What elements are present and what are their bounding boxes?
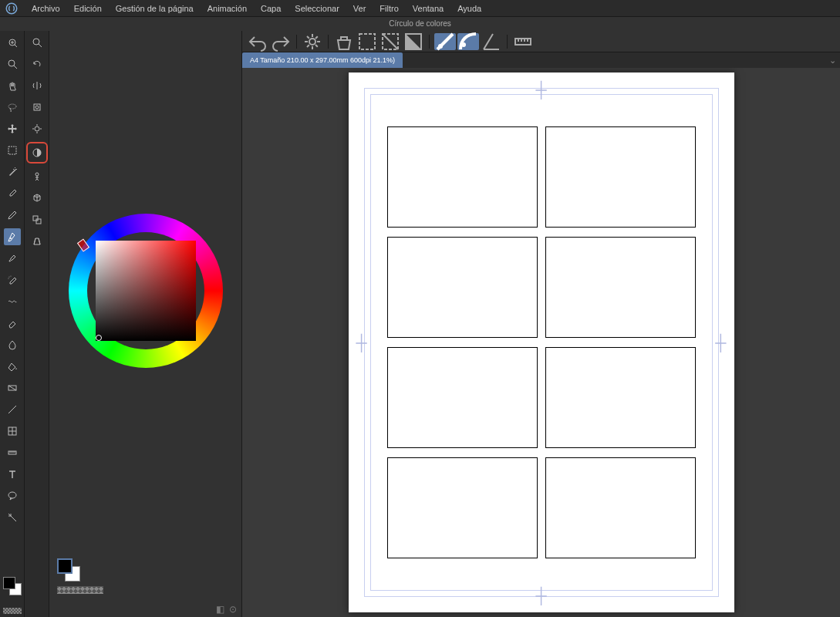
zoom-fit-icon[interactable] <box>4 34 21 51</box>
comic-panel[interactable] <box>545 237 696 338</box>
svg-point-16 <box>35 126 39 131</box>
color-wheel[interactable] <box>69 214 223 368</box>
clear-icon[interactable] <box>333 33 355 50</box>
correct-icon[interactable] <box>4 509 21 526</box>
svg-rect-19 <box>33 216 38 221</box>
snap-angle-icon[interactable] <box>481 33 502 50</box>
comic-panels-grid <box>387 126 696 558</box>
flip-icon[interactable] <box>29 77 46 94</box>
tab-expand-icon[interactable]: ⌄ <box>825 52 840 68</box>
lasso-icon[interactable] <box>4 99 21 116</box>
canvas-page[interactable]: ┼ ┼ ┼ ┼ <box>349 72 734 612</box>
color-swatches-panel <box>49 551 241 602</box>
panel-options-icon[interactable]: ⊙ <box>229 604 237 615</box>
svg-point-26 <box>461 42 466 47</box>
menu-edición[interactable]: Edición <box>67 4 109 13</box>
zoom-icon[interactable] <box>29 34 46 51</box>
svg-point-2 <box>8 60 15 66</box>
comic-panel[interactable] <box>545 126 696 228</box>
fill-icon[interactable] <box>4 358 21 375</box>
comic-panel[interactable] <box>387 457 538 558</box>
transparent-swatch[interactable] <box>3 608 22 614</box>
svg-point-8 <box>8 278 8 279</box>
figure-icon[interactable] <box>29 168 46 185</box>
toolbar-right <box>25 31 49 617</box>
canvas-viewport[interactable]: ┼ ┼ ┼ ┼ <box>242 68 840 617</box>
svg-point-13 <box>33 39 39 45</box>
menu-ver[interactable]: Ver <box>346 4 373 13</box>
3d-icon[interactable] <box>29 190 46 207</box>
operation-icon[interactable] <box>29 99 46 116</box>
decoration-icon[interactable] <box>4 293 21 310</box>
sv-handle[interactable] <box>96 335 102 341</box>
panel-footer: ◧ ⊙ <box>49 602 241 617</box>
menu-archivo[interactable]: Archivo <box>25 4 67 13</box>
menu-ayuda[interactable]: Ayuda <box>450 4 488 13</box>
toolbar-color-swatches[interactable] <box>3 577 22 595</box>
brush-icon[interactable] <box>4 250 21 267</box>
menu-gestión-de-la-página[interactable]: Gestión de la página <box>109 4 201 13</box>
invert-icon[interactable] <box>403 33 424 50</box>
svg-point-0 <box>6 3 17 14</box>
foreground-color-swatch[interactable] <box>57 558 73 574</box>
pencil-icon[interactable] <box>4 207 21 224</box>
undo-icon[interactable] <box>247 33 268 50</box>
menu-capa[interactable]: Capa <box>254 4 288 13</box>
menu-animación[interactable]: Animación <box>201 4 254 13</box>
document-tab[interactable]: A4 Tamaño 210.00 x 297.00mm 600dpi 21.1%… <box>242 52 403 68</box>
menu-seleccionar[interactable]: Seleccionar <box>288 4 346 13</box>
transparency-swatch[interactable] <box>57 586 103 594</box>
svg-point-3 <box>8 104 16 109</box>
gradient-icon[interactable] <box>4 379 21 396</box>
sv-square[interactable] <box>96 241 196 341</box>
move-icon[interactable] <box>4 120 21 137</box>
redo-icon[interactable] <box>270 33 292 50</box>
eyedropper-icon[interactable] <box>4 185 21 202</box>
balloon-icon[interactable] <box>4 487 21 504</box>
comic-panel[interactable] <box>387 347 538 448</box>
text-icon[interactable] <box>4 466 21 483</box>
comic-panel[interactable] <box>545 457 696 558</box>
select-all-icon[interactable] <box>356 33 378 50</box>
svg-rect-4 <box>8 147 16 154</box>
eraser-icon[interactable] <box>4 315 21 332</box>
blend-icon[interactable] <box>4 336 21 353</box>
toolbar-left <box>0 31 25 617</box>
svg-point-18 <box>35 173 39 176</box>
app-logo-icon[interactable] <box>5 2 19 15</box>
ruler-toggle-icon[interactable] <box>512 33 534 50</box>
wand-icon[interactable] <box>4 164 21 180</box>
tab-bar: A4 Tamaño 210.00 x 297.00mm 600dpi 21.1%… <box>242 52 840 68</box>
magnifier-icon[interactable] <box>4 56 21 72</box>
settings-gear-icon[interactable] <box>302 33 323 50</box>
frame-icon[interactable] <box>4 423 21 440</box>
panel-menu-icon[interactable]: ◧ <box>216 604 224 615</box>
color-panel: ◧ ⊙ <box>49 31 242 617</box>
color-panel-title: Círculo de colores <box>0 17 840 31</box>
comic-panel[interactable] <box>387 237 538 338</box>
perspective-icon[interactable] <box>29 233 46 250</box>
scale-icon[interactable] <box>29 211 46 228</box>
menu-ventana[interactable]: Ventana <box>406 4 450 13</box>
pen-icon[interactable] <box>4 228 21 245</box>
gradient-tool-icon[interactable] <box>29 144 46 161</box>
marquee-icon[interactable] <box>4 142 21 159</box>
line-icon[interactable] <box>4 401 21 418</box>
svg-point-15 <box>35 106 39 109</box>
comic-panel[interactable] <box>387 126 538 228</box>
fg-swatch[interactable] <box>3 577 15 589</box>
airbrush-icon[interactable] <box>4 271 21 288</box>
hand-icon[interactable] <box>4 77 21 94</box>
svg-rect-14 <box>34 104 40 110</box>
svg-rect-22 <box>359 34 375 49</box>
top-toolbar <box>242 31 840 52</box>
rotate-icon[interactable] <box>29 56 46 72</box>
snap-straight-icon[interactable] <box>434 33 456 50</box>
light-icon[interactable] <box>29 120 46 137</box>
comic-panel[interactable] <box>545 347 696 448</box>
snap-curve-icon[interactable] <box>457 33 479 50</box>
ruler-icon[interactable] <box>4 444 21 461</box>
deselect-icon[interactable] <box>380 33 401 50</box>
svg-point-6 <box>8 277 9 278</box>
menu-filtro[interactable]: Filtro <box>373 4 405 13</box>
